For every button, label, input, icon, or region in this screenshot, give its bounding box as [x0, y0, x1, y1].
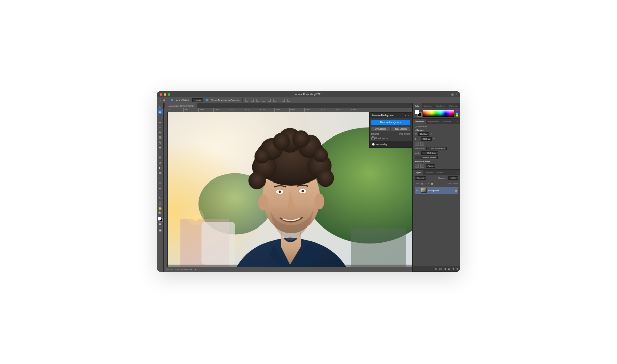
tool-move[interactable]: ✥ [158, 109, 163, 114]
lock-position-icon[interactable]: ✥ [428, 182, 429, 185]
align-hcenter-icon[interactable] [251, 99, 254, 102]
fx-icon[interactable]: fx [435, 267, 437, 270]
quick-mask-icon[interactable]: ◙ [158, 222, 163, 227]
grid-toggle-button[interactable] [420, 164, 424, 168]
distribute-icon[interactable] [282, 99, 285, 102]
color-swatch[interactable] [415, 110, 422, 117]
ruler-horizontal[interactable]: 0500100015002000250030003500400045005000… [164, 108, 412, 112]
ruler-toggle-button[interactable] [415, 164, 419, 168]
auto-select-dropdown[interactable]: Layer [192, 98, 204, 102]
orientation-portrait-button[interactable] [415, 142, 419, 146]
adjustment-icon[interactable]: ◑ [444, 267, 446, 270]
auto-select-checkbox[interactable] [171, 99, 173, 101]
tab-layers[interactable]: Layers [413, 170, 423, 175]
lock-paint-icon[interactable]: ✎ [425, 182, 426, 185]
layer-row[interactable]: 👁 Background 🔒 [415, 187, 458, 194]
tool-heal[interactable]: ✚ [158, 145, 163, 150]
align-left-icon[interactable] [245, 99, 248, 102]
tool-wand[interactable]: ✧ [158, 124, 163, 129]
align-vcenter-icon[interactable] [268, 99, 271, 102]
canvas-height-field[interactable]: 2852 px [421, 137, 432, 141]
tab-color[interactable]: Color [413, 103, 422, 108]
tool-eraser[interactable]: ◧ [158, 165, 163, 170]
orientation-landscape-button[interactable] [420, 142, 424, 146]
tab-patterns[interactable]: Patterns [447, 103, 459, 108]
ruler-vertical[interactable] [164, 112, 168, 267]
tool-gradient[interactable]: ▤ [158, 170, 163, 175]
rulers-section[interactable]: Rulers & Grids [415, 160, 458, 163]
tool-eyedropper[interactable]: ✎ [158, 140, 163, 145]
tab-adjustments[interactable]: Adjustments [426, 119, 441, 124]
search-icon[interactable]: ⌕ [448, 93, 449, 96]
lock-transparency-icon[interactable]: ▦ [421, 182, 423, 185]
tool-path[interactable]: ↖ [158, 195, 163, 200]
tool-stamp[interactable]: ≛ [158, 155, 163, 160]
align-bottom-icon[interactable] [273, 99, 276, 102]
link-icon[interactable]: ⇅ [415, 138, 416, 140]
canvas-width-field[interactable]: 2848 px [418, 132, 429, 136]
zoom-value[interactable]: 66.67% [166, 268, 173, 271]
color-ramp[interactable] [423, 110, 454, 117]
help-link[interactable]: ? How it works [371, 137, 388, 140]
resolution-field[interactable]: 300 pixels/inch [426, 147, 447, 150]
tab-gradients[interactable]: Gradients [434, 103, 447, 108]
units-dropdown[interactable]: Pixels [426, 164, 435, 168]
tool-crop[interactable]: ✂ [158, 129, 163, 134]
screen-mode-icon[interactable]: ▣ [158, 227, 163, 232]
workspace-icon[interactable]: ▦ [451, 93, 454, 96]
layer-name[interactable]: Background [428, 189, 453, 192]
document-tab[interactable]: Untitled-1 @ 66.7% (RGB/8) [165, 103, 197, 108]
tab-channels[interactable]: Channels [423, 170, 435, 175]
foreground-background-swatch[interactable] [158, 217, 163, 222]
panel-menu-icon[interactable]: ≡ [455, 170, 460, 175]
foreground-color[interactable] [158, 217, 161, 220]
status-chevron-icon[interactable]: ▸ [195, 268, 196, 271]
share-icon[interactable]: ⇪ [456, 93, 458, 96]
my-account-button[interactable]: My Account [371, 127, 390, 131]
remove-background-button[interactable]: Remove background [371, 120, 410, 125]
fill-field[interactable]: 100% [453, 182, 458, 185]
tool-history[interactable]: ↺ [158, 160, 163, 165]
home-icon[interactable]: ⌂ [159, 99, 161, 102]
tool-pen[interactable]: ✒ [158, 185, 163, 190]
lock-icon[interactable]: 🔒 [455, 189, 457, 192]
tool-menu-icon[interactable]: » [158, 104, 163, 109]
tool-brush[interactable]: ˎ [158, 150, 163, 155]
tool-marquee[interactable]: ▭ [158, 114, 163, 119]
new-layer-icon[interactable]: ✚ [452, 267, 454, 270]
tab-properties[interactable]: Properties [413, 119, 426, 124]
layer-thumbnail[interactable] [421, 188, 427, 193]
show-transform-checkbox[interactable] [206, 99, 208, 101]
buy-credits-button[interactable]: Buy Credits [391, 127, 410, 131]
plugin-menu-icon[interactable]: ≡ [408, 114, 410, 117]
tool-frame[interactable]: ▥ [158, 134, 163, 140]
plugin-collapse-icon[interactable]: « [405, 114, 407, 117]
tool-type[interactable]: T [158, 190, 163, 195]
tool-lasso[interactable]: ʋ [158, 119, 163, 124]
tool-dodge[interactable]: ○ [158, 180, 163, 185]
lock-all-icon[interactable]: 🔒 [431, 182, 433, 185]
delete-layer-icon[interactable]: 🗑 [456, 267, 459, 270]
canvas-section[interactable]: Canvas [415, 129, 458, 131]
align-top-icon[interactable] [262, 99, 265, 102]
opacity-field[interactable]: 100% [448, 176, 458, 180]
tool-zoom[interactable]: 🔍 [158, 210, 163, 215]
group-icon[interactable]: ▣ [448, 267, 450, 270]
canvas[interactable]: Remove Background « ≡ Remove background … [168, 112, 412, 267]
tab-paths[interactable]: Paths [435, 170, 445, 175]
align-right-icon[interactable] [256, 99, 259, 102]
panel-menu-icon[interactable]: ≡ [459, 103, 460, 108]
depth-dropdown[interactable]: 8 Bits/Channel [415, 156, 438, 159]
tab-swatches[interactable]: Swatches [422, 103, 434, 108]
tool-hand[interactable]: ✋ [158, 205, 163, 210]
hue-slider[interactable] [456, 110, 458, 117]
visibility-toggle-icon[interactable]: 👁 [416, 189, 419, 192]
mask-icon[interactable]: ◐ [439, 267, 442, 270]
tool-shape[interactable]: ▢ [158, 200, 163, 205]
panel-menu-icon[interactable]: ≡ [455, 119, 460, 124]
blend-mode-dropdown[interactable]: Normal [415, 176, 426, 180]
3d-mode-icon[interactable] [287, 99, 290, 102]
tool-blur[interactable]: ◌ [158, 175, 163, 180]
mode-dropdown[interactable]: RGB Color [421, 151, 438, 155]
tab-libraries[interactable]: Libraries [441, 119, 453, 124]
